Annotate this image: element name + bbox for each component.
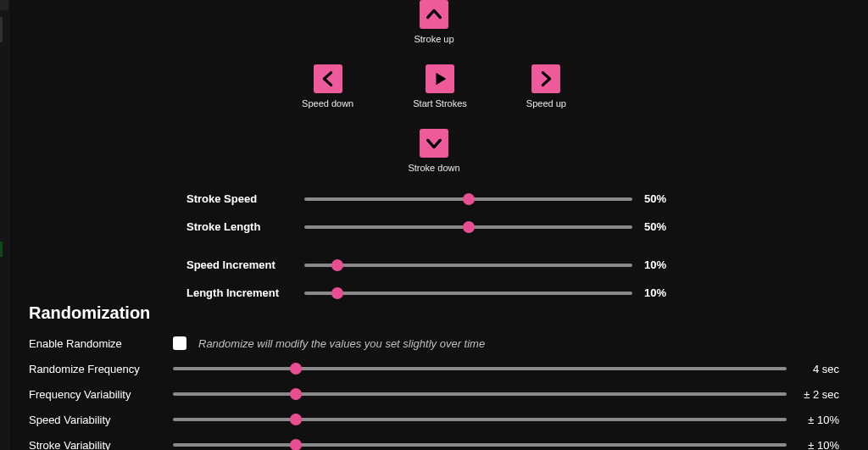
slider-thumb[interactable] — [463, 221, 475, 233]
start-strokes-button[interactable] — [426, 64, 454, 93]
stroke-variability-value: ± 10% — [795, 439, 843, 451]
start-strokes-label: Start Strokes — [413, 98, 467, 108]
slider-thumb[interactable] — [290, 414, 302, 425]
stroke-length-value: 50% — [644, 220, 687, 233]
stroke-up-label: Stroke up — [414, 34, 453, 44]
slider-thumb[interactable] — [290, 388, 302, 400]
slider-thumb[interactable] — [290, 363, 302, 375]
speed-variability-slider[interactable] — [173, 418, 787, 421]
speed-variability-label: Speed Variability — [29, 414, 164, 426]
speed-down-button[interactable] — [314, 64, 342, 93]
stroke-variability-label: Stroke Variability — [29, 439, 164, 451]
frequency-variability-slider[interactable] — [173, 392, 787, 396]
enable-randomize-label: Enable Randomize — [29, 337, 164, 350]
length-increment-slider[interactable] — [304, 292, 632, 295]
stroke-speed-label: Stroke Speed — [186, 192, 292, 205]
speed-up-label: Speed up — [526, 98, 566, 108]
randomize-frequency-slider[interactable] — [173, 367, 787, 370]
stroke-down-button[interactable] — [420, 129, 448, 158]
stroke-length-label: Stroke Length — [186, 220, 292, 233]
stroke-variability-slider[interactable] — [173, 443, 787, 447]
chevron-down-icon — [425, 134, 443, 153]
stroke-down-label: Stroke down — [408, 163, 459, 173]
speed-up-button[interactable] — [531, 64, 560, 93]
speed-increment-label: Speed Increment — [186, 258, 292, 271]
play-icon — [431, 69, 449, 88]
enable-randomize-help: Randomize will modify the values you set… — [198, 337, 485, 350]
enable-randomize-checkbox[interactable] — [173, 336, 186, 350]
frequency-variability-value: ± 2 sec — [795, 388, 843, 401]
slider-thumb[interactable] — [331, 259, 343, 271]
randomization-section: Enable Randomize Randomize will modify t… — [29, 331, 843, 450]
slider-thumb[interactable] — [463, 193, 475, 205]
speed-increment-value: 10% — [644, 258, 687, 271]
slider-thumb[interactable] — [331, 287, 343, 299]
randomization-heading: Randomization — [29, 303, 150, 323]
randomize-frequency-label: Randomize Frequency — [29, 363, 164, 375]
chevron-up-icon — [425, 5, 443, 24]
length-increment-label: Length Increment — [186, 286, 292, 299]
speed-increment-slider[interactable] — [304, 264, 632, 267]
speed-variability-value: ± 10% — [795, 414, 843, 426]
chevron-left-icon — [319, 69, 337, 88]
length-increment-value: 10% — [644, 286, 687, 299]
chevron-right-icon — [537, 69, 555, 88]
slider-thumb[interactable] — [290, 439, 302, 450]
frequency-variability-label: Frequency Variability — [29, 388, 164, 401]
stroke-speed-value: 50% — [644, 192, 687, 205]
stroke-up-button[interactable] — [420, 0, 448, 29]
stroke-length-slider[interactable] — [304, 225, 632, 229]
speed-down-label: Speed down — [302, 98, 353, 108]
stroke-speed-slider[interactable] — [304, 197, 632, 201]
stroke-sliders: Stroke Speed 50% Stroke Length 50% Speed… — [186, 188, 687, 303]
stroke-dpad: Stroke up Speed down Start Strokes Speed… — [0, 0, 868, 173]
randomize-frequency-value: 4 sec — [795, 363, 843, 375]
